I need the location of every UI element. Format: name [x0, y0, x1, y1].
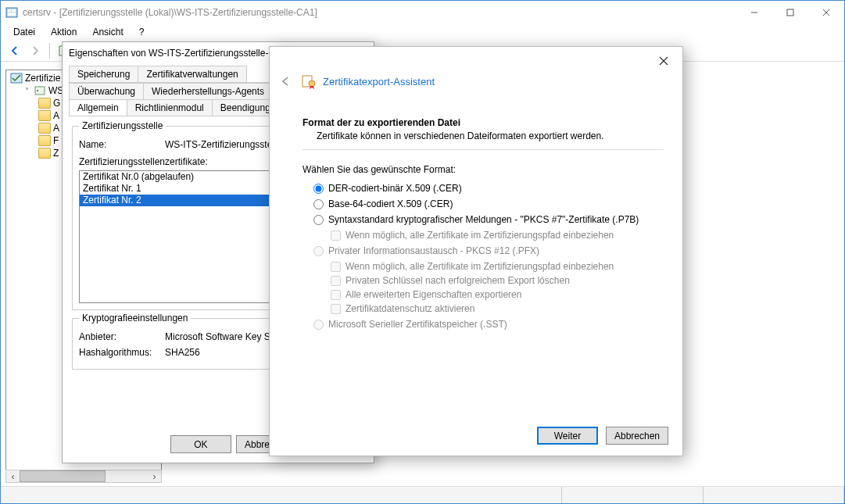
tab-cert-mgmt[interactable]: Zertifikatverwaltungen	[138, 66, 246, 82]
wizard-title: Zertifikatexport-Assistent	[323, 76, 435, 88]
menu-action[interactable]: Aktion	[45, 25, 83, 39]
radio-pfx: Privater Informationsaustausch - PKCS #1…	[313, 245, 664, 256]
check-pfx-ext-input	[331, 290, 341, 300]
certificate-icon	[301, 73, 317, 89]
tab-recovery-agents[interactable]: Wiederherstellungs-Agents	[143, 83, 273, 99]
status-cell	[704, 487, 844, 503]
section-subtitle: Zertifikate können in verschiedenen Date…	[317, 130, 664, 141]
radio-p7b-input[interactable]	[313, 215, 324, 225]
check-pfx-delkey: Privaten Schlüssel nach erfolgreichem Ex…	[331, 275, 664, 286]
statusbar	[1, 486, 844, 503]
tab-policy[interactable]: Richtlinienmodul	[127, 99, 213, 116]
menubar: Datei Aktion Ansicht ?	[1, 24, 844, 40]
choose-format-label: Wählen Sie das gewünschte Format:	[303, 164, 664, 175]
hash-label: Hashalgorithmus:	[79, 347, 165, 358]
check-pfx-delkey-input	[331, 276, 341, 286]
folder-icon	[38, 123, 51, 134]
status-cell	[562, 487, 703, 503]
tree-root-label: Zertifizie	[25, 73, 60, 84]
svg-rect-1	[8, 9, 11, 12]
svg-rect-5	[787, 9, 793, 16]
folder-icon	[38, 110, 51, 121]
horizontal-scrollbar[interactable]: ‹ ›	[5, 470, 162, 483]
back-button[interactable]	[5, 41, 24, 60]
collapse-icon[interactable]: ˅	[22, 87, 31, 95]
tab-general[interactable]: Allgemein	[69, 99, 127, 116]
name-value: WS-ITS-Zertifizierungsstelle	[165, 139, 281, 150]
minimize-button[interactable]	[736, 1, 772, 24]
titlebar: certsrv - [Zertifizierungsstelle (Lokal)…	[1, 1, 844, 24]
window-title: certsrv - [Zertifizierungsstelle (Lokal)…	[23, 7, 736, 18]
hash-value: SHA256	[165, 347, 200, 358]
radio-base64[interactable]: Base-64-codiert X.509 (.CER)	[313, 198, 664, 209]
provider-value: Microsoft Software Key Stor	[165, 331, 281, 342]
radio-base64-input[interactable]	[313, 199, 324, 209]
maximize-button[interactable]	[772, 1, 808, 24]
separator	[303, 149, 664, 150]
scroll-thumb[interactable]	[20, 470, 106, 482]
check-pfx-chain: Wenn möglich, alle Zertifikate im Zertif…	[331, 261, 664, 272]
group-crypto-title: Kryptografieeinstellungen	[79, 313, 191, 323]
check-pfx-chain-input	[331, 262, 341, 272]
forward-button[interactable]	[26, 41, 45, 60]
window-controls	[736, 1, 844, 24]
export-wizard-dialog: Zertifikatexport-Assistent Format der zu…	[269, 46, 683, 456]
check-pfx-privacy: Zertifikatdatenschutz aktivieren	[331, 303, 664, 314]
server-icon	[34, 85, 46, 96]
radio-sst-input	[313, 320, 324, 330]
group-ca-title: Zertifizierungsstelle	[79, 120, 166, 131]
main-window: certsrv - [Zertifizierungsstelle (Lokal)…	[0, 0, 845, 504]
check-pfx-privacy-input	[331, 304, 341, 314]
svg-rect-2	[12, 9, 16, 12]
radio-der-input[interactable]	[313, 184, 324, 194]
provider-label: Anbieter:	[79, 331, 165, 342]
ok-button[interactable]: OK	[170, 435, 231, 453]
close-button[interactable]	[808, 1, 844, 24]
svg-rect-3	[8, 13, 16, 16]
separator	[49, 43, 50, 59]
folder-icon	[38, 135, 51, 146]
next-button[interactable]: Weiter	[537, 427, 598, 445]
check-p7b-chain-input	[331, 231, 341, 241]
scroll-left-icon[interactable]: ‹	[6, 470, 20, 482]
svg-point-15	[309, 80, 315, 87]
radio-p7b[interactable]: Syntaxstandard kryptografischer Meldunge…	[313, 214, 664, 225]
wizard-back-icon[interactable]	[279, 75, 292, 88]
menu-view[interactable]: Ansicht	[86, 25, 129, 39]
name-label: Name:	[79, 139, 165, 150]
menu-file[interactable]: Datei	[7, 25, 41, 39]
radio-sst: Microsoft Serieller Zertifikatspeicher (…	[313, 319, 664, 330]
svg-rect-10	[35, 87, 45, 95]
section-title: Format der zu exportierenden Datei	[303, 117, 664, 128]
check-p7b-chain: Wenn möglich, alle Zertifikate im Zertif…	[331, 230, 664, 241]
app-icon	[5, 6, 18, 19]
tab-storage[interactable]: Speicherung	[69, 66, 138, 82]
tab-auditing[interactable]: Überwachung	[69, 83, 144, 99]
radio-der[interactable]: DER-codiert-binär X.509 (.CER)	[313, 183, 664, 194]
svg-point-11	[37, 90, 38, 91]
ca-root-icon	[10, 73, 23, 84]
radio-pfx-input	[313, 246, 324, 256]
wizard-cancel-button[interactable]: Abbrechen	[606, 427, 668, 445]
scroll-right-icon[interactable]: ›	[148, 470, 161, 482]
check-pfx-ext: Alle erweiterten Eigenschaften exportier…	[331, 289, 664, 300]
folder-icon	[38, 98, 51, 109]
wizard-header: Zertifikatexport-Assistent	[301, 73, 435, 89]
menu-help[interactable]: ?	[133, 25, 151, 39]
wizard-close-button[interactable]	[653, 52, 675, 70]
status-cell	[1, 487, 562, 503]
folder-icon	[38, 148, 51, 159]
